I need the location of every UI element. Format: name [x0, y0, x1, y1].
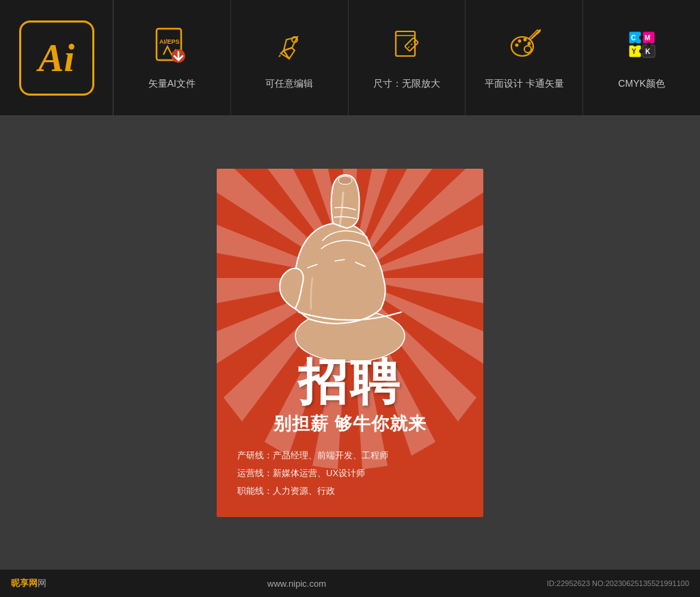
svg-point-14 [517, 39, 521, 42]
toolbar: Ai AI/EPS 矢量AI文件 [0, 0, 700, 116]
svg-text:K: K [645, 48, 651, 55]
image-id: ID:22952623 NO:20230625135521991100 [547, 579, 689, 587]
site-logo: 昵享网网 [11, 577, 46, 589]
svg-point-29 [633, 42, 637, 46]
poster-text-area: 招聘 别担薪 够牛你就来 产研线：产品经理、前端开发、工程师 运营线：新媒体运营… [217, 344, 483, 517]
svg-text:C: C [631, 34, 636, 42]
ai-logo-box: Ai [19, 20, 94, 96]
toolbar-item-size[interactable]: 尺寸：无限放大 [349, 0, 466, 115]
main-content: 招聘 别担薪 够牛你就来 产研线：产品经理、前端开发、工程师 运营线：新媒体运营… [0, 116, 700, 570]
toolbar-label-vector: 矢量AI文件 [148, 78, 196, 90]
palette-icon [504, 26, 544, 70]
svg-point-30 [647, 42, 651, 46]
svg-point-27 [639, 36, 643, 40]
svg-point-17 [524, 46, 531, 53]
logo-prefix: 昵 [11, 578, 20, 588]
toolbar-item-design[interactable]: 平面设计 卡通矢量 [466, 0, 583, 115]
poster-detail-line-3: 职能线：人力资源、行政 [237, 482, 463, 500]
svg-text:Y: Y [632, 48, 636, 55]
poster-details: 产研线：产品经理、前端开发、工程师 运营线：新媒体运营、UX设计师 职能线：人力… [237, 447, 463, 500]
poster-detail-line-1: 产研线：产品经理、前端开发、工程师 [237, 447, 463, 464]
edit-icon [270, 26, 308, 70]
recruitment-poster: 招聘 别担薪 够牛你就来 产研线：产品经理、前端开发、工程师 运营线：新媒体运营… [217, 169, 483, 517]
svg-text:M: M [645, 34, 650, 42]
toolbar-item-cmyk[interactable]: C M Y K CMYK颜色 [583, 0, 700, 115]
toolbar-item-vector[interactable]: AI/EPS 矢量AI文件 [113, 0, 231, 115]
svg-point-28 [639, 49, 643, 53]
svg-point-73 [338, 176, 352, 184]
toolbar-label-size: 尺寸：无限放大 [373, 78, 440, 90]
vector-file-icon: AI/EPS [152, 26, 191, 70]
toolbar-items: AI/EPS 矢量AI文件 [113, 0, 700, 115]
cmyk-icon: C M Y K [622, 26, 662, 70]
bottom-bar: 昵享网网 www.nipic.com ID:22952623 NO:202306… [0, 570, 700, 597]
poster-detail-line-2: 运营线：新媒体运营、UX设计师 [237, 464, 463, 482]
svg-text:AI/EPS: AI/EPS [159, 38, 180, 45]
logo-name: 享网 [20, 578, 38, 588]
pointing-hand [227, 169, 473, 367]
site-url: www.nipic.com [267, 579, 326, 589]
toolbar-label-cmyk: CMYK颜色 [618, 78, 664, 90]
toolbar-label-edit: 可任意编辑 [265, 78, 313, 90]
ruler-icon [388, 26, 426, 70]
svg-point-15 [523, 38, 526, 41]
poster-subtitle: 别担薪 够牛你就来 [237, 412, 463, 436]
svg-line-9 [408, 46, 409, 48]
toolbar-logo: Ai [0, 0, 113, 116]
svg-point-13 [515, 43, 518, 46]
toolbar-item-edit[interactable]: 可任意编辑 [231, 0, 349, 115]
ai-logo-text: Ai [38, 39, 75, 77]
poster-title: 招聘 [237, 357, 463, 406]
svg-line-10 [411, 44, 412, 45]
toolbar-label-design: 平面设计 卡通矢量 [485, 78, 564, 90]
